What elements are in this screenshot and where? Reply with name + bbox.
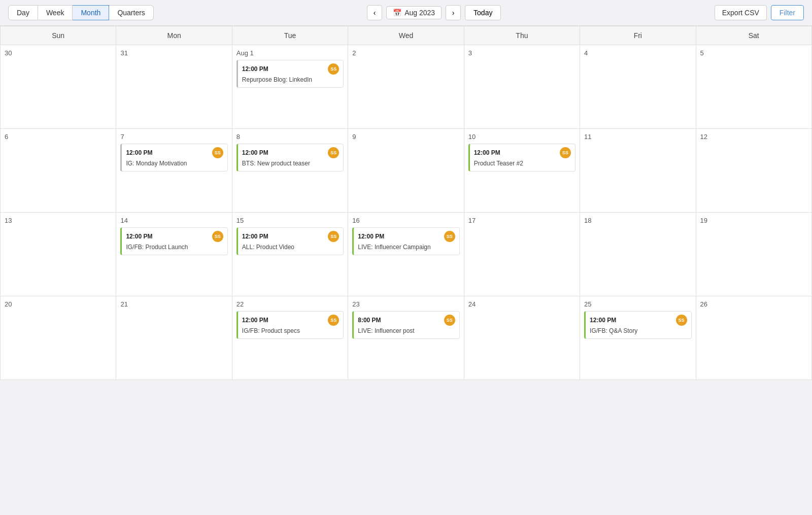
event-card-w3-d5-e0[interactable]: 12:00 PMSSIG/FB: Q&A Story <box>584 311 691 339</box>
day-number: 17 <box>468 217 576 224</box>
event-card-w2-d1-e0[interactable]: 12:00 PMSSIG/FB: Product Launch <box>120 227 227 255</box>
cell-w0-d4[interactable]: 3 <box>464 45 580 129</box>
cell-w3-d5[interactable]: 2512:00 PMSSIG/FB: Q&A Story <box>580 296 696 380</box>
cell-w2-d5[interactable]: 18 <box>580 213 696 296</box>
event-header: 12:00 PMSS <box>242 63 339 75</box>
filter-button[interactable]: Filter <box>771 5 804 20</box>
cell-w1-d6[interactable]: 12 <box>696 129 811 213</box>
day-number: 16 <box>352 217 459 224</box>
day-number: 14 <box>120 217 227 224</box>
cell-w2-d2[interactable]: 1512:00 PMSSALL: Product Video <box>232 213 348 296</box>
event-title: BTS: New product teaser <box>242 160 339 168</box>
event-title: Product Teaser #2 <box>474 160 571 168</box>
event-time: 12:00 PM <box>474 149 500 156</box>
event-header: 12:00 PMSS <box>242 231 339 242</box>
month-label: 📅 Aug 2023 <box>386 6 442 19</box>
day-number: 25 <box>584 300 691 308</box>
day-number: 5 <box>700 49 807 57</box>
event-card-w1-d4-e0[interactable]: 12:00 PMSSProduct Teaser #2 <box>468 144 576 171</box>
event-header: 12:00 PMSS <box>358 231 455 242</box>
cell-w3-d6[interactable]: 26 <box>696 296 811 380</box>
cell-w0-d3[interactable]: 2 <box>348 45 464 129</box>
event-title: IG/FB: Q&A Story <box>590 327 687 335</box>
cell-w3-d3[interactable]: 238:00 PMSSLIVE: Influencer post <box>348 296 464 380</box>
event-header: 12:00 PMSS <box>242 315 339 326</box>
event-time: 12:00 PM <box>126 233 152 240</box>
today-button[interactable]: Today <box>465 5 501 20</box>
cell-w3-d2[interactable]: 2212:00 PMSSIG/FB: Product specs <box>232 296 348 380</box>
day-number: 23 <box>352 300 459 308</box>
day-number: Aug 1 <box>236 49 344 57</box>
cell-w1-d3[interactable]: 9 <box>348 129 464 213</box>
avatar: SS <box>676 315 687 326</box>
tab-quarters[interactable]: Quarters <box>109 5 153 20</box>
event-card-w1-d1-e0[interactable]: 12:00 PMSSIG: Monday Motivation <box>120 144 227 171</box>
week-row-3: 20212212:00 PMSSIG/FB: Product specs238:… <box>1 296 812 380</box>
col-tue: Tue <box>232 26 348 45</box>
cell-w0-d5[interactable]: 4 <box>580 45 696 129</box>
cell-w0-d2[interactable]: Aug 112:00 PMSSRepurpose Blog: LinkedIn <box>232 45 348 129</box>
event-card-w3-d2-e0[interactable]: 12:00 PMSSIG/FB: Product specs <box>236 311 344 339</box>
nav-center: ‹ 📅 Aug 2023 › Today <box>367 5 501 20</box>
day-number: 6 <box>5 133 112 141</box>
nav-next-button[interactable]: › <box>446 5 461 20</box>
export-csv-button[interactable]: Export CSV <box>715 5 767 20</box>
nav-prev-button[interactable]: ‹ <box>367 5 382 20</box>
event-card-w1-d2-e0[interactable]: 12:00 PMSSBTS: New product teaser <box>236 144 344 171</box>
calendar-icon: 📅 <box>393 9 401 17</box>
cell-w3-d0[interactable]: 20 <box>1 296 116 380</box>
calendar: Sun Mon Tue Wed Thu Fri Sat 3031Aug 112:… <box>0 26 812 380</box>
avatar: SS <box>212 231 223 242</box>
col-thu: Thu <box>464 26 580 45</box>
event-time: 12:00 PM <box>126 149 152 156</box>
event-time: 8:00 PM <box>358 317 381 324</box>
day-number: 8 <box>236 133 344 141</box>
cell-w0-d6[interactable]: 5 <box>696 45 811 129</box>
avatar: SS <box>560 147 571 158</box>
event-header: 12:00 PMSS <box>590 315 687 326</box>
event-header: 12:00 PMSS <box>242 147 339 158</box>
avatar: SS <box>444 231 455 242</box>
day-number: 12 <box>700 133 807 141</box>
col-sun: Sun <box>1 26 116 45</box>
cell-w3-d4[interactable]: 24 <box>464 296 580 380</box>
event-card-w0-d2-e0[interactable]: 12:00 PMSSRepurpose Blog: LinkedIn <box>236 60 344 88</box>
avatar: SS <box>328 231 339 242</box>
col-sat: Sat <box>696 26 811 45</box>
day-number: 21 <box>120 300 227 308</box>
col-mon: Mon <box>116 26 232 45</box>
day-number: 4 <box>584 49 691 57</box>
event-title: IG: Monday Motivation <box>126 160 223 168</box>
cell-w0-d0[interactable]: 30 <box>1 45 116 129</box>
day-number: 18 <box>584 217 691 224</box>
day-number: 20 <box>5 300 112 308</box>
cell-w1-d4[interactable]: 1012:00 PMSSProduct Teaser #2 <box>464 129 580 213</box>
event-card-w2-d2-e0[interactable]: 12:00 PMSSALL: Product Video <box>236 227 344 255</box>
tab-week[interactable]: Week <box>38 5 73 20</box>
event-title: IG/FB: Product specs <box>242 327 339 335</box>
tab-month[interactable]: Month <box>73 5 109 20</box>
event-card-w3-d3-e0[interactable]: 8:00 PMSSLIVE: Influencer post <box>352 311 459 339</box>
col-wed: Wed <box>348 26 464 45</box>
cell-w3-d1[interactable]: 21 <box>116 296 232 380</box>
cell-w1-d1[interactable]: 712:00 PMSSIG: Monday Motivation <box>116 129 232 213</box>
cell-w0-d1[interactable]: 31 <box>116 45 232 129</box>
cell-w2-d0[interactable]: 13 <box>1 213 116 296</box>
avatar: SS <box>212 147 223 158</box>
day-number: 13 <box>5 217 112 224</box>
cell-w1-d0[interactable]: 6 <box>1 129 116 213</box>
tab-day[interactable]: Day <box>8 5 38 20</box>
day-number: 15 <box>236 217 344 224</box>
event-time: 12:00 PM <box>242 317 268 324</box>
cell-w1-d5[interactable]: 11 <box>580 129 696 213</box>
avatar: SS <box>328 147 339 158</box>
event-card-w2-d3-e0[interactable]: 12:00 PMSSLIVE: Influencer Campaign <box>352 227 459 255</box>
cell-w2-d4[interactable]: 17 <box>464 213 580 296</box>
event-title: LIVE: Influencer post <box>358 327 455 335</box>
event-title: Repurpose Blog: LinkedIn <box>242 76 339 84</box>
cell-w2-d6[interactable]: 19 <box>696 213 811 296</box>
cell-w2-d3[interactable]: 1612:00 PMSSLIVE: Influencer Campaign <box>348 213 464 296</box>
day-number: 31 <box>120 49 227 57</box>
cell-w2-d1[interactable]: 1412:00 PMSSIG/FB: Product Launch <box>116 213 232 296</box>
cell-w1-d2[interactable]: 812:00 PMSSBTS: New product teaser <box>232 129 348 213</box>
